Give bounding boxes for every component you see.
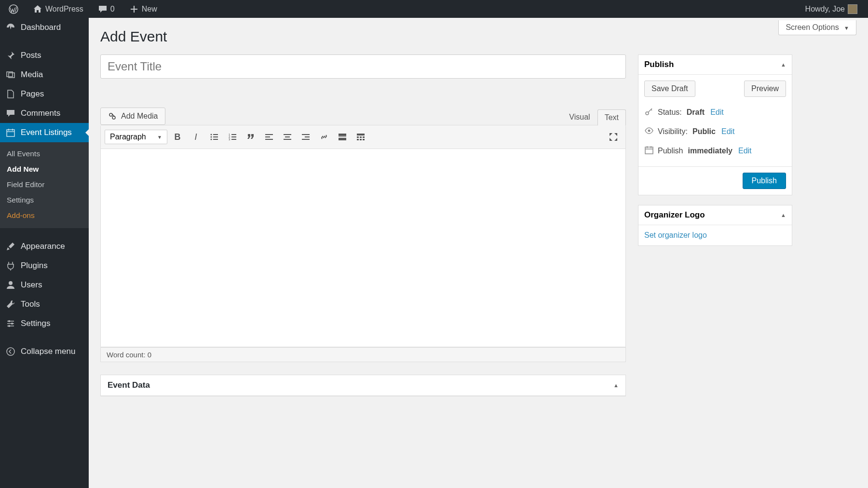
- collapse-triangle-icon[interactable]: ▲: [613, 382, 619, 388]
- howdy-text: Howdy, Joe: [805, 5, 845, 14]
- media-icon: [6, 70, 15, 80]
- comments-link[interactable]: 0: [93, 0, 120, 18]
- tab-text[interactable]: Text: [597, 109, 626, 125]
- dashboard-icon: [6, 23, 15, 32]
- numbered-list-button[interactable]: 123: [224, 129, 241, 145]
- howdy-account[interactable]: Howdy, Joe: [800, 0, 862, 18]
- submenu-add-new[interactable]: Add New: [0, 162, 89, 177]
- sidebar-item-plugins[interactable]: Plugins: [0, 256, 89, 275]
- svg-rect-25: [285, 136, 290, 137]
- svg-rect-26: [284, 139, 291, 140]
- sidebar-item-dashboard[interactable]: Dashboard: [0, 18, 89, 37]
- tab-visual[interactable]: Visual: [562, 109, 597, 125]
- sidebar-label: Users: [21, 280, 42, 290]
- word-count-label: Word count: 0: [107, 351, 151, 359]
- sidebar-label: Tools: [21, 299, 40, 309]
- event-data-metabox: Event Data ▲: [100, 375, 626, 396]
- svg-text:3: 3: [229, 138, 231, 141]
- svg-point-11: [211, 139, 212, 140]
- svg-rect-36: [363, 136, 365, 138]
- sidebar-item-settings[interactable]: Settings: [0, 314, 89, 333]
- bullet-list-button[interactable]: [206, 129, 222, 145]
- blockquote-button[interactable]: [243, 129, 259, 145]
- comment-icon: [98, 4, 108, 14]
- add-media-button[interactable]: Add Media: [100, 108, 165, 125]
- submenu-addons[interactable]: Add-ons: [0, 208, 89, 223]
- visibility-label: Visibility:: [658, 127, 688, 136]
- comment-icon: [6, 108, 15, 118]
- visibility-edit-link[interactable]: Edit: [721, 127, 735, 136]
- read-more-button[interactable]: [334, 129, 351, 145]
- svg-rect-37: [357, 139, 359, 140]
- svg-rect-30: [339, 134, 346, 136]
- svg-rect-29: [302, 139, 310, 140]
- svg-rect-42: [645, 147, 653, 154]
- plug-icon: [6, 261, 15, 271]
- collapse-triangle-icon[interactable]: ▲: [781, 212, 786, 218]
- sidebar-item-event-listings[interactable]: Event Listings: [0, 123, 89, 142]
- sidebar-item-media[interactable]: Media: [0, 65, 89, 84]
- wrench-icon: [6, 299, 15, 309]
- svg-rect-34: [357, 136, 359, 138]
- svg-rect-12: [213, 134, 218, 135]
- italic-button[interactable]: I: [188, 129, 204, 145]
- sidebar-label: Posts: [21, 51, 41, 60]
- media-add-icon: [108, 111, 117, 121]
- pages-icon: [6, 89, 15, 99]
- align-left-button[interactable]: [261, 129, 277, 145]
- submenu-field-editor[interactable]: Field Editor: [0, 177, 89, 192]
- editor-footer: Word count: 0: [100, 347, 626, 362]
- svg-rect-33: [357, 134, 365, 136]
- fullscreen-button[interactable]: [605, 129, 622, 145]
- sidebar-item-tools[interactable]: Tools: [0, 295, 89, 314]
- sidebar-label: Dashboard: [21, 23, 61, 32]
- avatar: [848, 4, 857, 14]
- new-content-link[interactable]: New: [124, 0, 162, 18]
- sidebar-label: Collapse menu: [21, 347, 75, 356]
- paragraph-format-select[interactable]: Paragraph ▼: [105, 130, 167, 144]
- svg-rect-39: [363, 139, 365, 140]
- svg-rect-18: [231, 134, 236, 135]
- submenu-all-events[interactable]: All Events: [0, 146, 89, 162]
- event-title-input[interactable]: [100, 54, 626, 79]
- collapse-triangle-icon[interactable]: ▲: [781, 62, 786, 68]
- svg-rect-19: [231, 136, 236, 137]
- svg-rect-22: [265, 136, 270, 137]
- publish-metabox: Publish ▲ Save Draft Preview Status: Dra…: [638, 54, 792, 195]
- set-organizer-logo-link[interactable]: Set organizer logo: [644, 231, 707, 239]
- toolbar-toggle-button[interactable]: [353, 129, 369, 145]
- sidebar-item-comments[interactable]: Comments: [0, 104, 89, 123]
- visibility-row: Visibility: Public Edit: [644, 122, 786, 141]
- editor-toolbar: Paragraph ▼ B I 123: [101, 125, 625, 149]
- sidebar-item-posts[interactable]: Posts: [0, 46, 89, 65]
- sidebar-item-pages[interactable]: Pages: [0, 84, 89, 104]
- site-name-link[interactable]: WordPress: [28, 0, 88, 18]
- editor-content-area[interactable]: [101, 149, 625, 347]
- status-edit-link[interactable]: Edit: [710, 108, 724, 117]
- link-button[interactable]: [316, 129, 332, 145]
- svg-rect-23: [265, 139, 273, 140]
- align-center-button[interactable]: [279, 129, 296, 145]
- sidebar-item-appearance[interactable]: Appearance: [0, 237, 89, 256]
- plus-icon: [129, 4, 139, 14]
- comments-count: 0: [110, 5, 115, 14]
- sidebar-item-users[interactable]: Users: [0, 275, 89, 295]
- editor-tabs: Visual Text: [562, 109, 626, 125]
- status-row: Status: Draft Edit: [644, 103, 786, 122]
- wp-logo-menu[interactable]: [4, 0, 23, 18]
- submenu-settings[interactable]: Settings: [0, 192, 89, 208]
- align-right-button[interactable]: [298, 129, 314, 145]
- save-draft-button[interactable]: Save Draft: [644, 81, 695, 97]
- sidebar-label: Comments: [21, 108, 60, 118]
- preview-button[interactable]: Preview: [744, 81, 786, 97]
- sidebar-collapse[interactable]: Collapse menu: [0, 342, 89, 361]
- schedule-edit-link[interactable]: Edit: [738, 147, 752, 155]
- calendar-icon: [6, 128, 15, 137]
- svg-point-3: [8, 320, 10, 322]
- new-label: New: [142, 5, 157, 14]
- publish-button[interactable]: Publish: [743, 173, 786, 189]
- bold-button[interactable]: B: [169, 129, 186, 145]
- screen-options-label: Screen Options: [786, 23, 839, 31]
- screen-options-toggle[interactable]: Screen Options ▼: [778, 20, 856, 35]
- sidebar-label: Media: [21, 70, 43, 80]
